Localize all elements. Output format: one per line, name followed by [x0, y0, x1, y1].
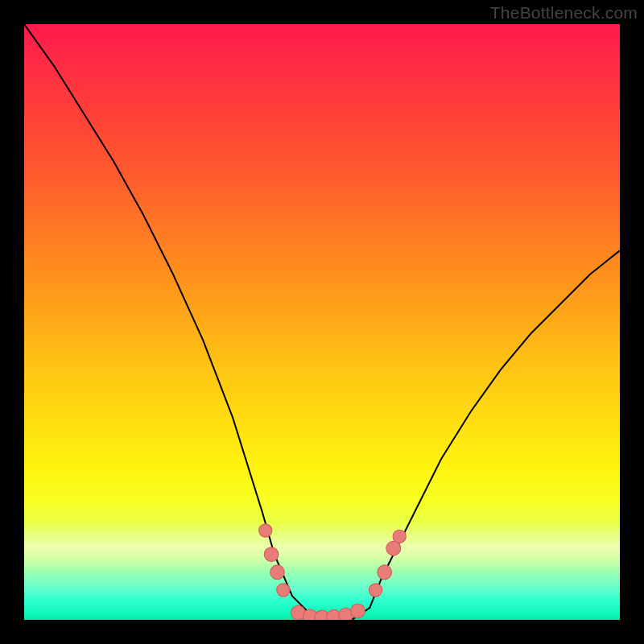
curve-marker: [351, 604, 365, 618]
curve-marker: [369, 584, 382, 597]
curve-layer: [24, 24, 620, 620]
chart-frame: TheBottleneck.com: [0, 0, 644, 644]
attribution-label: TheBottleneck.com: [490, 3, 638, 23]
curve-marker: [264, 547, 279, 562]
curve-marker: [393, 530, 406, 543]
curve-marker: [259, 524, 272, 537]
bottleneck-curve: [24, 24, 620, 620]
curve-marker: [378, 565, 392, 580]
curve-marker: [277, 584, 290, 597]
plot-area: [24, 24, 620, 620]
curve-markers: [259, 524, 407, 620]
curve-marker: [270, 565, 285, 580]
